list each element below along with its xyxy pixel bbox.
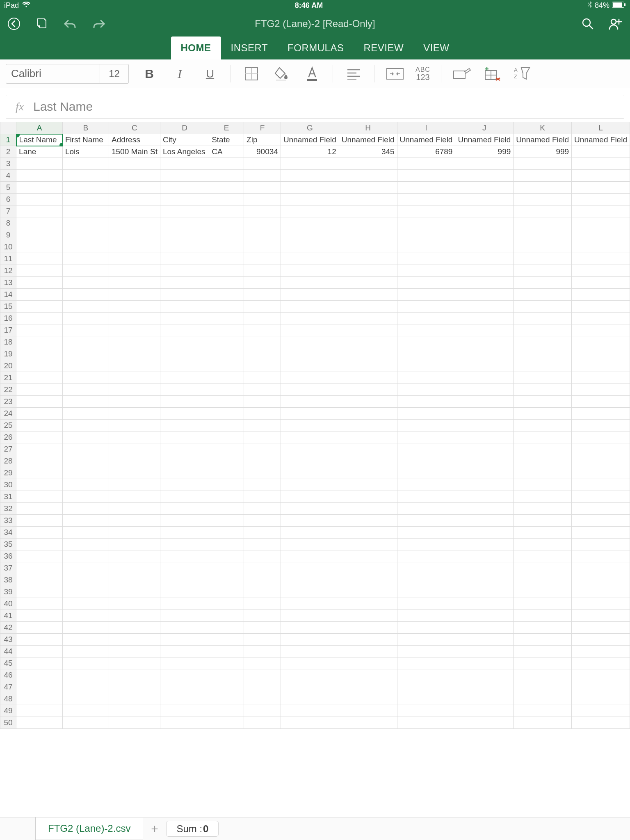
cell[interactable] <box>244 634 281 646</box>
cell[interactable] <box>109 205 160 217</box>
cell[interactable] <box>455 229 514 241</box>
cell[interactable] <box>281 182 339 194</box>
cell[interactable] <box>281 289 339 301</box>
cell[interactable] <box>62 194 109 205</box>
cell[interactable] <box>109 693 160 705</box>
cell[interactable] <box>244 574 281 586</box>
cell[interactable] <box>455 336 514 348</box>
cell[interactable] <box>281 503 339 515</box>
cell[interactable] <box>62 360 109 372</box>
cell[interactable] <box>62 574 109 586</box>
cell[interactable] <box>244 194 281 205</box>
cell[interactable] <box>281 646 339 657</box>
cell[interactable] <box>16 170 63 182</box>
cell[interactable] <box>514 467 572 479</box>
row-header[interactable]: 18 <box>0 336 16 348</box>
cell[interactable] <box>514 431 572 443</box>
cell[interactable] <box>160 467 209 479</box>
cell[interactable]: Zip <box>244 134 281 146</box>
cell[interactable] <box>397 431 455 443</box>
cell[interactable] <box>281 455 339 467</box>
cell[interactable] <box>244 313 281 324</box>
cell[interactable] <box>572 681 630 693</box>
cell[interactable] <box>281 360 339 372</box>
cell[interactable] <box>339 205 397 217</box>
cell[interactable] <box>514 384 572 396</box>
cell[interactable] <box>339 324 397 336</box>
cell[interactable] <box>514 622 572 634</box>
cell[interactable] <box>397 182 455 194</box>
cell[interactable] <box>244 301 281 313</box>
cell[interactable] <box>281 372 339 384</box>
cell[interactable] <box>281 431 339 443</box>
cell[interactable]: Unnamed Field <box>455 134 514 146</box>
cell[interactable] <box>514 443 572 455</box>
cell[interactable] <box>160 182 209 194</box>
cell[interactable] <box>281 241 339 253</box>
cell[interactable] <box>572 610 630 622</box>
cell[interactable] <box>62 336 109 348</box>
cell[interactable] <box>109 372 160 384</box>
cell[interactable] <box>339 646 397 657</box>
cell[interactable] <box>244 229 281 241</box>
cell[interactable] <box>572 455 630 467</box>
cell[interactable] <box>62 431 109 443</box>
cell[interactable] <box>209 646 244 657</box>
cell[interactable] <box>339 467 397 479</box>
row-header[interactable]: 37 <box>0 562 16 574</box>
cell[interactable] <box>160 693 209 705</box>
cell[interactable] <box>339 241 397 253</box>
cell[interactable] <box>209 241 244 253</box>
cell[interactable] <box>397 289 455 301</box>
row-header[interactable]: 47 <box>0 681 16 693</box>
cell[interactable]: 90034 <box>244 146 281 158</box>
cell[interactable] <box>209 348 244 360</box>
cell[interactable] <box>244 420 281 431</box>
cell[interactable] <box>281 574 339 586</box>
borders-button[interactable] <box>242 64 261 84</box>
cell[interactable] <box>339 598 397 610</box>
cell[interactable] <box>16 717 63 729</box>
cell[interactable] <box>109 253 160 265</box>
cell[interactable] <box>109 241 160 253</box>
cell[interactable] <box>572 182 630 194</box>
cell[interactable] <box>160 360 209 372</box>
cell[interactable] <box>160 586 209 598</box>
share-button[interactable] <box>609 18 623 30</box>
cell[interactable] <box>397 443 455 455</box>
cell[interactable] <box>514 205 572 217</box>
cell[interactable] <box>339 158 397 170</box>
cell[interactable] <box>16 277 63 289</box>
cell[interactable] <box>62 205 109 217</box>
tab-home[interactable]: HOME <box>171 37 221 59</box>
font-name[interactable]: Calibri <box>6 64 100 83</box>
cell[interactable] <box>397 277 455 289</box>
cell[interactable] <box>281 717 339 729</box>
row-header[interactable]: 50 <box>0 717 16 729</box>
cell[interactable] <box>339 313 397 324</box>
cell[interactable] <box>16 455 63 467</box>
cell[interactable] <box>109 324 160 336</box>
cell[interactable] <box>16 420 63 431</box>
cell[interactable] <box>514 717 572 729</box>
cell[interactable] <box>514 182 572 194</box>
cell[interactable] <box>397 622 455 634</box>
row-header[interactable]: 7 <box>0 205 16 217</box>
cell[interactable] <box>397 241 455 253</box>
cell[interactable] <box>62 539 109 550</box>
cell[interactable] <box>397 158 455 170</box>
cell[interactable] <box>109 431 160 443</box>
cell[interactable] <box>244 550 281 562</box>
cell[interactable] <box>62 693 109 705</box>
row-header[interactable]: 15 <box>0 301 16 313</box>
cell[interactable] <box>62 657 109 669</box>
cell[interactable] <box>572 277 630 289</box>
cell[interactable] <box>339 479 397 491</box>
cell[interactable] <box>16 336 63 348</box>
cell[interactable] <box>244 431 281 443</box>
cell[interactable] <box>455 467 514 479</box>
row-header[interactable]: 9 <box>0 229 16 241</box>
cell[interactable] <box>281 420 339 431</box>
cell[interactable] <box>455 705 514 717</box>
cell[interactable] <box>244 467 281 479</box>
